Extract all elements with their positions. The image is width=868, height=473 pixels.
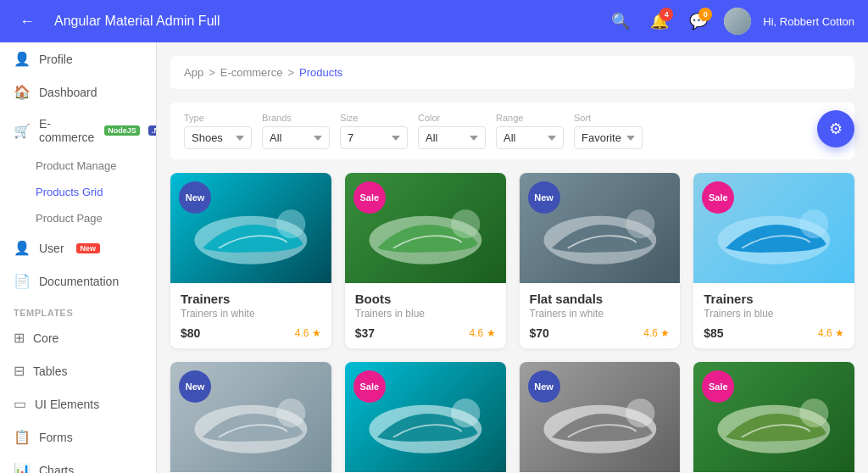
back-button[interactable]: ← bbox=[14, 8, 41, 35]
svg-point-8 bbox=[626, 209, 654, 238]
filter-type: Type Shoes bbox=[184, 113, 252, 149]
product-card-7[interactable]: New Trainers Trainers in white 580 $65 4… bbox=[520, 362, 681, 473]
sidebar-item-user[interactable]: 👤 User New bbox=[0, 231, 156, 264]
product-name-2: Boots bbox=[355, 292, 496, 306]
product-info-1: Trainers Trainers in white $80 4.6 ★ bbox=[170, 283, 331, 348]
sidebar-label-product-page: Product Page bbox=[36, 212, 103, 225]
sidebar-item-ecommerce[interactable]: 🛒 E-commerce NodeJS .NET bbox=[0, 109, 156, 153]
filter-brands-label: Brands bbox=[262, 113, 330, 123]
search-button[interactable]: 🔍 bbox=[607, 8, 634, 35]
filter-range-label: Range bbox=[496, 113, 564, 123]
product-badge-5: New bbox=[179, 370, 211, 403]
avatar-image bbox=[724, 8, 751, 35]
sidebar: 👤 Profile 🏠 Dashboard 🛒 E-commerce NodeJ… bbox=[0, 42, 157, 473]
product-price-1: $80 bbox=[181, 326, 200, 340]
ui-icon: ▭ bbox=[14, 396, 26, 412]
sidebar-item-dashboard[interactable]: 🏠 Dashboard bbox=[0, 75, 156, 109]
product-card-2[interactable]: Sale Boots Trainers in blue $37 4.6 ★ bbox=[345, 173, 506, 348]
sidebar-sub-products-grid[interactable]: Products Grid bbox=[0, 179, 156, 205]
filter-sort-select[interactable]: Favorite bbox=[574, 126, 643, 149]
net-badge: .NET bbox=[148, 125, 157, 136]
sidebar-label-charts: Charts bbox=[39, 464, 74, 474]
home-icon: 🏠 bbox=[14, 84, 31, 100]
svg-point-11 bbox=[799, 209, 828, 238]
sidebar-label-core: Core bbox=[33, 331, 58, 345]
messages-button[interactable]: 💬 0 bbox=[685, 8, 712, 35]
svg-point-14 bbox=[276, 398, 305, 427]
svg-point-17 bbox=[451, 398, 480, 427]
topbar: ← Angular Material Admin Full 🔍 🔔 4 💬 0 … bbox=[0, 0, 868, 42]
sidebar-label-user: User bbox=[39, 242, 64, 255]
product-price-2: $37 bbox=[355, 326, 375, 340]
product-card-4[interactable]: Sale Trainers Trainers in blue $85 4.6 ★ bbox=[693, 173, 854, 348]
product-rating-1: 4.6 ★ bbox=[295, 327, 321, 339]
svg-point-5 bbox=[451, 209, 480, 238]
charts-icon: 📊 bbox=[14, 462, 31, 473]
product-card-1[interactable]: New Trainers Trainers in white $80 4.6 ★ bbox=[170, 173, 331, 348]
product-badge-8: Sale bbox=[702, 370, 734, 403]
product-info-4: Trainers Trainers in blue $85 4.6 ★ bbox=[693, 283, 854, 348]
svg-point-23 bbox=[799, 398, 828, 427]
sidebar-label-ecommerce: E-commerce bbox=[39, 117, 94, 144]
filter-color-select[interactable]: All bbox=[418, 126, 486, 149]
product-card-3[interactable]: New Flat sandals Trainers in white $70 4… bbox=[520, 173, 681, 348]
breadcrumb-ecommerce[interactable]: E-commerce bbox=[220, 66, 283, 79]
core-icon: ⊞ bbox=[14, 330, 25, 346]
app-title: Angular Material Admin Full bbox=[54, 14, 220, 29]
forms-icon: 📋 bbox=[14, 429, 31, 445]
nodejs-badge: NodeJS bbox=[104, 125, 140, 136]
product-card-5[interactable]: New Boots Winter boots $90 4.5 ★ bbox=[170, 362, 331, 473]
filter-brands-select[interactable]: All bbox=[262, 126, 330, 149]
breadcrumb-sep1: > bbox=[209, 66, 215, 79]
sidebar-item-core[interactable]: ⊞ Core bbox=[0, 321, 156, 354]
avatar[interactable] bbox=[724, 8, 751, 35]
gear-fab-button[interactable]: ⚙ bbox=[817, 110, 854, 147]
sidebar-item-tables[interactable]: ⊟ Tables bbox=[0, 354, 156, 387]
sidebar-label-dashboard: Dashboard bbox=[39, 86, 97, 99]
sidebar-item-charts[interactable]: 📊 Charts bbox=[0, 454, 156, 473]
breadcrumb-app[interactable]: App bbox=[184, 66, 203, 79]
sidebar-item-documentation[interactable]: 📄 Documentation bbox=[0, 264, 156, 298]
breadcrumb-current: Products bbox=[299, 66, 342, 79]
product-footer-4: $85 4.6 ★ bbox=[704, 326, 844, 340]
filter-color-label: Color bbox=[418, 113, 486, 123]
product-card-6[interactable]: Sale Sneakers Trainers in grey $55 4.3 ★ bbox=[345, 362, 506, 473]
product-rating-3: 4.6 ★ bbox=[643, 327, 670, 339]
product-footer-3: $70 4.6 ★ bbox=[530, 326, 670, 340]
product-badge-2: Sale bbox=[353, 181, 386, 214]
product-desc-1: Trainers in white bbox=[181, 308, 321, 320]
product-badge-1: New bbox=[179, 181, 211, 214]
filter-brands: Brands All bbox=[262, 113, 330, 149]
sidebar-sub-product-manage[interactable]: Product Manage bbox=[0, 153, 156, 179]
product-name-3: Flat sandals bbox=[530, 292, 670, 306]
user-icon: 👤 bbox=[14, 240, 31, 256]
sidebar-sub-product-page[interactable]: Product Page bbox=[0, 205, 156, 231]
product-price-3: $70 bbox=[530, 326, 549, 340]
sidebar-label-products-grid: Products Grid bbox=[36, 186, 103, 198]
tables-icon: ⊟ bbox=[14, 363, 25, 379]
product-image-3: New bbox=[520, 173, 681, 283]
templates-section-label: TEMPLATES bbox=[0, 298, 156, 321]
product-image-8: Sale bbox=[693, 362, 854, 472]
filter-size-select[interactable]: 7 bbox=[340, 126, 408, 149]
sidebar-item-profile[interactable]: 👤 Profile bbox=[0, 42, 156, 75]
product-desc-3: Trainers in white bbox=[530, 308, 670, 320]
product-info-2: Boots Trainers in blue $37 4.6 ★ bbox=[345, 283, 506, 348]
filter-range-select[interactable]: All bbox=[496, 126, 564, 149]
sidebar-item-forms[interactable]: 📋 Forms bbox=[0, 420, 156, 454]
product-image-6: Sale bbox=[345, 362, 506, 472]
product-info-3: Flat sandals Trainers in white $70 4.6 ★ bbox=[520, 283, 681, 348]
filter-type-select[interactable]: Shoes bbox=[184, 126, 252, 149]
svg-point-2 bbox=[276, 209, 305, 238]
product-rating-2: 4.6 ★ bbox=[469, 327, 495, 339]
product-card-8[interactable]: Sale Shoes Trainers in green $48 4.4 ★ bbox=[693, 362, 854, 473]
notifications-button[interactable]: 🔔 4 bbox=[646, 8, 673, 35]
sidebar-item-ui-elements[interactable]: ▭ UI Elements bbox=[0, 387, 156, 420]
product-image-7: New bbox=[520, 362, 681, 472]
product-footer-2: $37 4.6 ★ bbox=[355, 326, 496, 340]
sidebar-label-tables: Tables bbox=[33, 364, 67, 378]
main-content: ⚙ App > E-commerce > Products Type Shoes… bbox=[157, 42, 868, 473]
product-image-1: New bbox=[170, 173, 331, 283]
filter-type-label: Type bbox=[184, 113, 252, 123]
profile-icon: 👤 bbox=[14, 51, 31, 67]
